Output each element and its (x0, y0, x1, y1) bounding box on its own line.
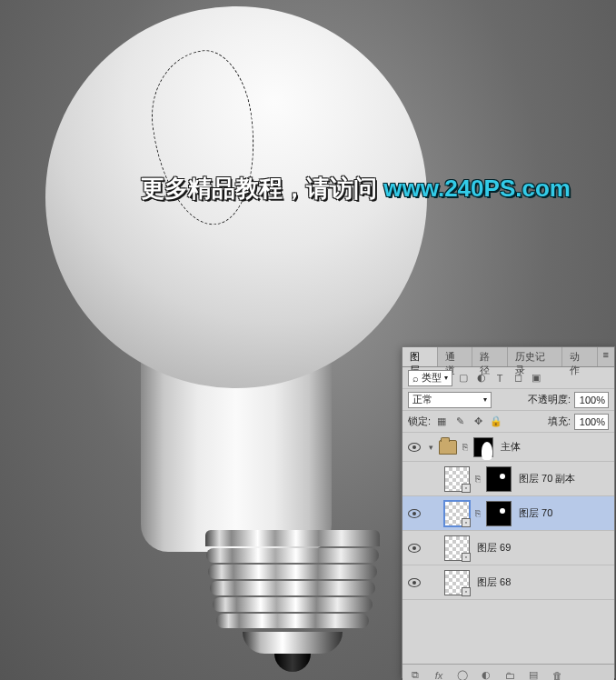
group-mask-thumb[interactable] (473, 437, 493, 457)
lock-position-icon[interactable]: ✥ (471, 415, 485, 429)
tab-history[interactable]: 历史记录 (508, 347, 562, 366)
blend-mode-value: 正常 (412, 393, 432, 406)
layer-mask-thumb[interactable] (486, 466, 512, 492)
visibility-eye-icon[interactable] (408, 578, 421, 587)
group-name[interactable]: 主体 (501, 440, 521, 454)
watermark-cn: 更多精品教程，请访问 (141, 175, 383, 202)
new-layer-icon[interactable]: ▤ (526, 668, 541, 681)
layer-thumb[interactable]: ▫ (444, 570, 470, 595)
search-icon: ⌕ (412, 373, 419, 384)
layer-row-69[interactable]: ▫ 图层 69 (402, 531, 614, 565)
watermark-url: www.240PS.com (383, 175, 571, 202)
chevron-down-icon: ▾ (444, 374, 448, 382)
filter-adjust-icon[interactable]: ◐ (474, 371, 489, 385)
filter-row: ⌕ 类型 ▾ ▢ ◐ T ◻ ▣ (402, 367, 614, 389)
new-group-icon[interactable]: 🗀 (502, 668, 517, 681)
opacity-input[interactable]: 100% (574, 392, 609, 408)
fx-icon[interactable]: fx (432, 668, 446, 681)
layers-list: ▾ ⎘ 主体 ▫ ⎘ 图层 70 副本 ▫ ⎘ (402, 433, 614, 664)
folder-icon (439, 440, 457, 455)
link-icon: ⎘ (473, 508, 482, 518)
tab-channels[interactable]: 通道 (438, 347, 473, 366)
link-icon: ⎘ (473, 474, 482, 484)
opacity-label: 不透明度: (528, 393, 571, 406)
layer-name[interactable]: 图层 70 副本 (519, 472, 575, 485)
panel-menu-icon[interactable]: ≡ (598, 347, 614, 366)
fill-input[interactable]: 100% (574, 414, 609, 430)
canvas-area[interactable]: 更多精品教程，请访问 www.240PS.com 图层 通道 路径 历史记录 动… (0, 0, 616, 680)
lightbulb-artwork (45, 6, 427, 679)
filter-text-icon[interactable]: T (492, 371, 507, 385)
blend-mode-select[interactable]: 正常 ▾ (408, 392, 492, 408)
fill-value: 100% (580, 416, 605, 427)
chevron-down-icon: ▾ (483, 395, 487, 404)
layer-row-70-copy[interactable]: ▫ ⎘ 图层 70 副本 (402, 462, 614, 496)
lock-image-icon[interactable]: ✎ (452, 415, 467, 429)
visibility-eye-icon[interactable] (408, 509, 421, 518)
layer-name[interactable]: 图层 70 (519, 506, 552, 520)
layers-panel: 图层 通道 路径 历史记录 动作 ≡ ⌕ 类型 ▾ ▢ ◐ T ◻ ▣ 正常 ▾… (402, 346, 615, 678)
layer-name[interactable]: 图层 68 (477, 575, 511, 589)
filter-kind-label: 类型 (422, 371, 442, 385)
tab-layers[interactable]: 图层 (402, 347, 438, 366)
link-layers-icon[interactable]: ⧉ (408, 668, 422, 681)
filter-shape-icon[interactable]: ◻ (511, 371, 525, 385)
layer-thumb[interactable]: ▫ (444, 466, 470, 492)
panel-tabs: 图层 通道 路径 历史记录 动作 ≡ (402, 347, 614, 367)
layer-group-main[interactable]: ▾ ⎘ 主体 (402, 433, 614, 462)
lock-transparent-icon[interactable]: ▦ (434, 415, 449, 429)
layer-mask-thumb[interactable] (486, 501, 512, 526)
new-fill-adjustment-icon[interactable]: ◐ (479, 668, 493, 681)
layer-name[interactable]: 图层 69 (477, 541, 511, 555)
bulb-screw-base (205, 530, 380, 657)
layer-row-70[interactable]: ▫ ⎘ 图层 70 (402, 496, 614, 531)
visibility-eye-icon[interactable] (408, 544, 421, 553)
delete-layer-icon[interactable]: 🗑 (550, 668, 564, 681)
panel-footer: ⧉ fx ◯ ◐ 🗀 ▤ 🗑 (402, 664, 614, 680)
blend-row: 正常 ▾ 不透明度: 100% (402, 389, 614, 411)
layer-row-68[interactable]: ▫ 图层 68 (402, 565, 614, 600)
fill-label: 填充: (548, 415, 571, 428)
opacity-value: 100% (580, 395, 605, 405)
filter-kind-select[interactable]: ⌕ 类型 ▾ (408, 370, 452, 386)
link-icon: ⎘ (461, 442, 470, 452)
disclosure-triangle-icon[interactable]: ▾ (426, 443, 435, 452)
filter-smart-icon[interactable]: ▣ (529, 371, 543, 385)
watermark-text: 更多精品教程，请访问 www.240PS.com (141, 173, 545, 205)
layer-thumb[interactable]: ▫ (444, 535, 470, 561)
lock-all-icon[interactable]: 🔒 (489, 415, 503, 429)
filter-pixel-icon[interactable]: ▢ (456, 371, 471, 385)
lock-row: 锁定: ▦ ✎ ✥ 🔒 填充: 100% (402, 411, 614, 433)
lock-label: 锁定: (408, 415, 431, 428)
tab-paths[interactable]: 路径 (472, 347, 508, 366)
layer-thumb[interactable]: ▫ (444, 501, 470, 526)
add-mask-icon[interactable]: ◯ (455, 668, 470, 681)
tab-actions[interactable]: 动作 (562, 347, 598, 366)
visibility-eye-icon[interactable] (408, 443, 421, 452)
